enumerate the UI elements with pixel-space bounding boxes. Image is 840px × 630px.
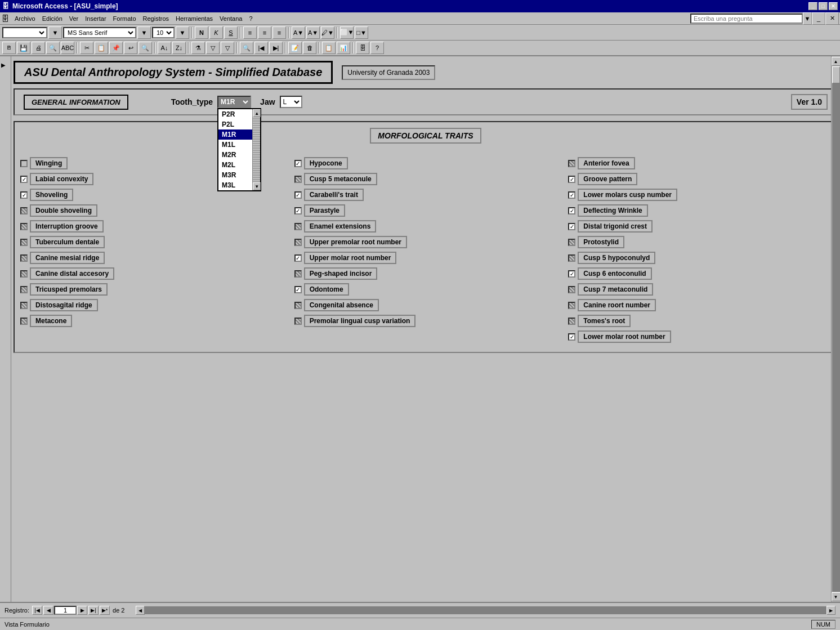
cb-premolar-lingual-cusp[interactable]	[294, 318, 302, 325]
nav-first-btn[interactable]: |◀	[32, 606, 42, 615]
new-record[interactable]: 📝	[288, 42, 302, 54]
dd-p2r[interactable]: P2R	[218, 109, 252, 119]
cb-cusp6-entoconulid[interactable]: ✓	[568, 270, 575, 278]
cb-shoveling[interactable]: ✓	[20, 191, 28, 199]
scroll-up-btn[interactable]: ▲	[832, 57, 841, 66]
cb-cusp5-metaconule[interactable]	[294, 176, 302, 183]
cb-deflecting-wrinkle[interactable]: ✓	[568, 207, 575, 215]
special-btn[interactable]: □▼	[355, 26, 368, 39]
autoform[interactable]: 📋	[322, 42, 336, 54]
filter-by-sel[interactable]: ▽	[206, 42, 220, 54]
cb-anterior-fovea[interactable]	[568, 160, 575, 167]
font-color-btn[interactable]: A▼	[306, 26, 320, 39]
cb-hypocone[interactable]: ✓	[294, 160, 302, 167]
apply-filter[interactable]: ▽	[221, 42, 234, 54]
print-btn[interactable]: 🖨	[32, 42, 45, 54]
dd-m1r[interactable]: M1R	[218, 129, 252, 140]
align-left-btn[interactable]: ≡	[243, 26, 257, 39]
menu-ver[interactable]: Ver	[66, 14, 82, 23]
font-select[interactable]: MS Sans Serif	[63, 27, 136, 38]
nav-new-btn[interactable]: ▶*	[100, 606, 110, 615]
copy-btn[interactable]: 📋	[95, 42, 108, 54]
cb-canine-mesial-ridge[interactable]	[20, 254, 28, 262]
cb-double-shoveling[interactable]	[20, 207, 28, 215]
help-dropdown-btn[interactable]: ▼	[803, 12, 812, 25]
sort-asc-btn[interactable]: A↓	[158, 42, 171, 54]
cb-tuberculum-dentale[interactable]	[20, 239, 28, 246]
cb-odontome[interactable]: ✓	[294, 286, 302, 293]
tooth-type-select[interactable]: P2R P2L M1R M1L M2R M2L M3R M3L	[217, 96, 251, 108]
cb-lower-molar-root-number[interactable]: ✓	[568, 333, 575, 341]
cb-peg-shaped-incisor[interactable]	[294, 270, 302, 278]
dd-m2l[interactable]: M2L	[218, 160, 252, 170]
help-close-btn[interactable]: ✕	[825, 12, 839, 25]
cb-parastyle[interactable]: ✓	[294, 207, 302, 215]
cb-cusp7-metaconulid[interactable]	[568, 286, 575, 293]
menu-registros[interactable]: Registros	[140, 14, 172, 23]
save-btn[interactable]: 💾	[17, 42, 30, 54]
align-right-btn[interactable]: ≡	[272, 26, 286, 39]
close-button[interactable]: ✕	[829, 2, 838, 10]
nav-first[interactable]: |◀	[254, 42, 268, 54]
nav-last-btn[interactable]: ▶|	[88, 606, 99, 615]
menu-archivo[interactable]: Archivo	[11, 14, 39, 23]
dd-m3l[interactable]: M3L	[218, 180, 252, 190]
spell-btn[interactable]: ABC	[61, 42, 74, 54]
dd-m3r[interactable]: M3R	[218, 170, 252, 180]
record-current[interactable]	[54, 606, 77, 615]
font-dropdown-btn[interactable]: ▼	[137, 26, 151, 39]
border-btn[interactable]: ⬜▼	[340, 26, 354, 39]
scroll-right-btn[interactable]: ▶	[826, 606, 835, 615]
style-dropdown-btn[interactable]: ▼	[48, 26, 62, 39]
menu-edicion[interactable]: Edición	[39, 14, 66, 23]
help-input[interactable]	[690, 14, 803, 24]
line-color-btn[interactable]: 🖊▼	[321, 26, 334, 39]
dd-scroll-up[interactable]: ▲	[253, 109, 261, 117]
menu-ventana[interactable]: Ventana	[216, 14, 245, 23]
sort-desc-btn[interactable]: Z↓	[172, 42, 186, 54]
cb-distosagital-ridge[interactable]	[20, 302, 28, 309]
style-select[interactable]	[2, 27, 47, 38]
restore-button[interactable]: □	[819, 2, 828, 10]
filter-by-form[interactable]: ⚗	[191, 42, 205, 54]
size-select[interactable]: 10	[152, 27, 175, 38]
pointer-btn[interactable]: 🖹	[2, 42, 16, 54]
jaw-select[interactable]: L R	[280, 96, 302, 108]
scroll-thumb[interactable]	[832, 66, 840, 83]
cb-winging[interactable]	[20, 160, 28, 167]
cut-btn[interactable]: ✂	[80, 42, 93, 54]
cb-upper-molar-root[interactable]: ✓	[294, 254, 302, 262]
cb-distal-trigonid-crest[interactable]: ✓	[568, 223, 575, 230]
left-nav-arrow[interactable]: ▶	[0, 61, 11, 69]
cb-protostylid[interactable]	[568, 239, 575, 246]
cb-metacone[interactable]	[20, 318, 28, 325]
size-dropdown-btn[interactable]: ▼	[176, 26, 189, 39]
nav-last[interactable]: ▶|	[269, 42, 283, 54]
cb-lower-molars-cusp-number[interactable]: ✓	[568, 191, 575, 199]
dd-m2r[interactable]: M2R	[218, 150, 252, 160]
cb-canine-distal-accesory[interactable]	[20, 270, 28, 278]
italic-btn[interactable]: K	[209, 26, 223, 39]
scroll-left-btn[interactable]: ◀	[136, 606, 145, 615]
menu-help[interactable]: ?	[245, 14, 256, 23]
chart-btn[interactable]: 📊	[337, 42, 350, 54]
preview-btn[interactable]: 🔍	[46, 42, 60, 54]
undo-btn[interactable]: ↩	[124, 42, 137, 54]
minimize-button[interactable]: _	[808, 2, 817, 10]
cb-labial-convexity[interactable]: ✓	[20, 176, 28, 183]
bold-btn[interactable]: N	[195, 26, 208, 39]
filter-btn[interactable]: 🔍	[138, 42, 152, 54]
cb-enamel-extensions[interactable]	[294, 223, 302, 230]
delete-record[interactable]: 🗑	[303, 42, 316, 54]
dd-m1l[interactable]: M1L	[218, 140, 252, 150]
cb-canine-roort-number[interactable]	[568, 302, 575, 309]
nav-prev-btn[interactable]: ◀	[43, 606, 53, 615]
cb-cusp5-hypoconulyd[interactable]	[568, 254, 575, 262]
menu-herramientas[interactable]: Herramientas	[172, 14, 216, 23]
cb-tricusped-premolars[interactable]	[20, 286, 28, 293]
scroll-down-btn[interactable]: ▼	[832, 592, 841, 601]
menu-insertar[interactable]: Insertar	[82, 14, 109, 23]
paste-btn[interactable]: 📌	[109, 42, 123, 54]
find-btn[interactable]: 🔍	[240, 42, 253, 54]
cb-congenital-absence[interactable]	[294, 302, 302, 309]
